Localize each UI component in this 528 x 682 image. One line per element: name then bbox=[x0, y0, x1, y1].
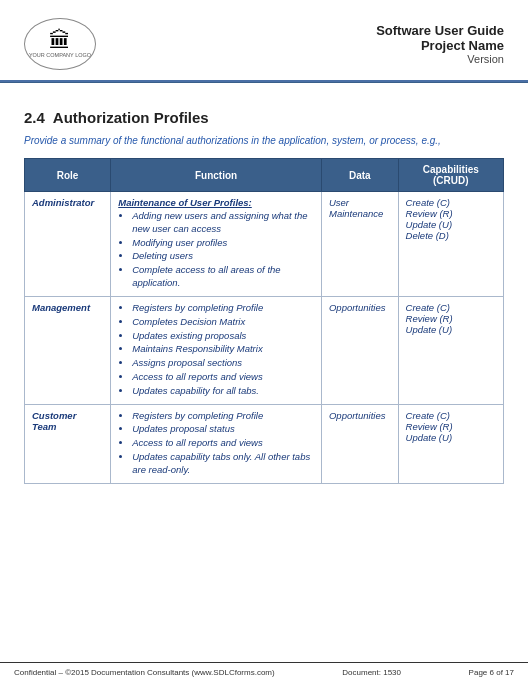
col-header-role: Role bbox=[25, 159, 111, 192]
authorization-table: Role Function Data Capabilities(CRUD) Ad… bbox=[24, 158, 504, 484]
header-divider bbox=[0, 82, 528, 83]
capability-item: Review (R) bbox=[406, 313, 496, 324]
capability-item: Create (C) bbox=[406, 197, 496, 208]
function-header: Maintenance of User Profiles: bbox=[118, 197, 314, 208]
company-logo: 🏛 YOUR COMPANY LOGO bbox=[24, 18, 96, 70]
capability-item: Create (C) bbox=[406, 410, 496, 421]
capabilities-cell: Create (C)Review (R)Update (U) bbox=[398, 404, 503, 483]
role-cell: Management bbox=[25, 296, 111, 404]
function-list-item: Updates capability tabs only. All other … bbox=[132, 451, 314, 477]
function-list-item: Maintains Responsibility Matrix bbox=[132, 343, 314, 356]
section-title: Authorization Profiles bbox=[53, 109, 209, 126]
table-row: ManagementRegisters by completing Profil… bbox=[25, 296, 504, 404]
capabilities-cell: Create (C)Review (R)Update (U)Delete (D) bbox=[398, 192, 503, 297]
table-header-row: Role Function Data Capabilities(CRUD) bbox=[25, 159, 504, 192]
function-list-item: Access to all reports and views bbox=[132, 437, 314, 450]
col-header-data: Data bbox=[321, 159, 398, 192]
capability-item: Review (R) bbox=[406, 208, 496, 219]
table-row: AdministratorMaintenance of User Profile… bbox=[25, 192, 504, 297]
role-cell: Administrator bbox=[25, 192, 111, 297]
table-row: Customer TeamRegisters by completing Pro… bbox=[25, 404, 504, 483]
page-footer: Confidential – ©2015 Documentation Consu… bbox=[0, 662, 528, 682]
function-list-item: Updates existing proposals bbox=[132, 330, 314, 343]
capability-item: Review (R) bbox=[406, 421, 496, 432]
data-cell: Opportunities bbox=[321, 404, 398, 483]
capability-item: Update (U) bbox=[406, 324, 496, 335]
function-list-item: Complete access to all areas of the appl… bbox=[132, 264, 314, 290]
title-line2: Project Name bbox=[376, 38, 504, 53]
footer-page: Page 6 of 17 bbox=[469, 668, 514, 677]
capability-item: Update (U) bbox=[406, 219, 496, 230]
title-line3: Version bbox=[376, 53, 504, 65]
page: 🏛 YOUR COMPANY LOGO Software User Guide … bbox=[0, 0, 528, 682]
data-cell: User Maintenance bbox=[321, 192, 398, 297]
function-list-item: Completes Decision Matrix bbox=[132, 316, 314, 329]
capability-item: Update (U) bbox=[406, 432, 496, 443]
col-header-function: Function bbox=[111, 159, 322, 192]
function-list-item: Registers by completing Profile bbox=[132, 410, 314, 423]
function-cell: Registers by completing ProfileUpdates p… bbox=[111, 404, 322, 483]
function-list-item: Assigns proposal sections bbox=[132, 357, 314, 370]
function-list: Registers by completing ProfileCompletes… bbox=[118, 302, 314, 398]
function-list-item: Registers by completing Profile bbox=[132, 302, 314, 315]
section-heading: 2.4Authorization Profiles bbox=[24, 109, 504, 126]
main-content: 2.4Authorization Profiles Provide a summ… bbox=[0, 93, 528, 494]
data-cell: Opportunities bbox=[321, 296, 398, 404]
title-line1: Software User Guide bbox=[376, 23, 504, 38]
function-list-item: Updates proposal status bbox=[132, 423, 314, 436]
capabilities-cell: Create (C)Review (R)Update (U) bbox=[398, 296, 503, 404]
footer-confidential: Confidential – ©2015 Documentation Consu… bbox=[14, 668, 275, 677]
function-cell: Registers by completing ProfileCompletes… bbox=[111, 296, 322, 404]
function-list-item: Access to all reports and views bbox=[132, 371, 314, 384]
function-list: Registers by completing ProfileUpdates p… bbox=[118, 410, 314, 477]
function-cell: Maintenance of User Profiles:Adding new … bbox=[111, 192, 322, 297]
section-number: 2.4 bbox=[24, 109, 45, 126]
page-header: 🏛 YOUR COMPANY LOGO Software User Guide … bbox=[0, 0, 528, 82]
capability-item: Create (C) bbox=[406, 302, 496, 313]
function-list-item: Modifying user profiles bbox=[132, 237, 314, 250]
role-cell: Customer Team bbox=[25, 404, 111, 483]
section-description: Provide a summary of the functional auth… bbox=[24, 134, 504, 148]
logo-building-icon: 🏛 bbox=[49, 30, 71, 52]
capability-item: Delete (D) bbox=[406, 230, 496, 241]
col-header-capabilities: Capabilities(CRUD) bbox=[398, 159, 503, 192]
function-list-item: Updates capability for all tabs. bbox=[132, 385, 314, 398]
logo-label: YOUR COMPANY LOGO bbox=[29, 52, 91, 59]
footer-document: Document: 1530 bbox=[342, 668, 401, 677]
function-list-item: Adding new users and assigning what the … bbox=[132, 210, 314, 236]
function-list: Adding new users and assigning what the … bbox=[118, 210, 314, 290]
document-title: Software User Guide Project Name Version bbox=[376, 23, 504, 65]
function-list-item: Deleting users bbox=[132, 250, 314, 263]
